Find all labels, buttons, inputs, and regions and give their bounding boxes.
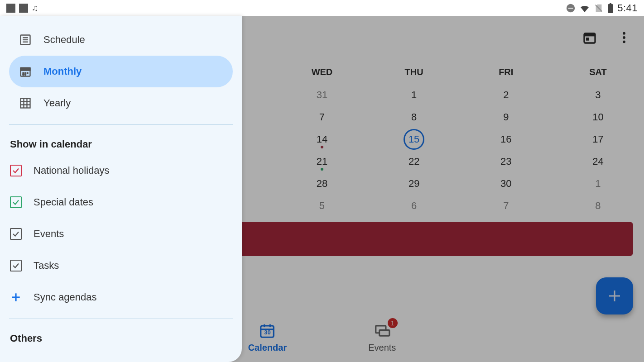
plus-icon <box>10 291 22 303</box>
day-cell[interactable]: 7 <box>460 195 552 217</box>
status-left: ♫ <box>6 3 38 13</box>
day-cell[interactable]: 1 <box>552 172 644 195</box>
dnd-icon <box>566 3 576 13</box>
add-fab[interactable] <box>596 277 633 314</box>
calendar-icon: 30 <box>258 322 276 340</box>
day-cell[interactable]: 21 <box>276 150 368 172</box>
weekday-header: WED <box>276 59 368 85</box>
bottom-tab-events-label: Events <box>368 343 396 353</box>
check-tasks[interactable]: Tasks <box>0 250 242 281</box>
divider <box>9 124 233 125</box>
checkbox-icon <box>10 196 22 208</box>
bottom-tab-events[interactable]: 1 Events <box>368 322 396 353</box>
section-others: Others <box>0 327 242 349</box>
svg-point-27 <box>27 72 28 73</box>
day-cell[interactable]: 29 <box>368 172 460 195</box>
view-schedule[interactable]: Schedule <box>9 24 233 56</box>
more-icon[interactable] <box>615 29 633 47</box>
view-monthly-label: Monthly <box>43 66 82 77</box>
day-cell[interactable]: 8 <box>368 106 460 128</box>
check-national-holidays[interactable]: National holidays <box>0 155 242 186</box>
svg-point-29 <box>25 74 26 75</box>
app-icon <box>19 4 28 13</box>
weekday-header: SAT <box>552 59 644 85</box>
view-schedule-label: Schedule <box>43 34 85 46</box>
day-cell[interactable]: 31 <box>276 84 368 106</box>
status-right: 5:41 <box>566 2 638 14</box>
day-cell[interactable]: 23 <box>460 150 552 172</box>
wifi-icon <box>579 3 590 14</box>
svg-rect-1 <box>568 8 573 9</box>
music-icon: ♫ <box>32 3 38 13</box>
weekday-header: THU <box>368 59 460 85</box>
check-events-label: Events <box>34 228 64 240</box>
sync-agendas[interactable]: Sync agendas <box>0 281 242 313</box>
event-dot <box>321 168 323 171</box>
day-cell[interactable]: 24 <box>552 150 644 172</box>
events-icon: 1 <box>373 322 391 340</box>
view-yearly[interactable]: Yearly <box>9 87 233 119</box>
day-cell[interactable]: 28 <box>276 172 368 195</box>
day-cell[interactable]: 8 <box>552 195 644 217</box>
svg-point-25 <box>23 72 24 73</box>
day-cell[interactable]: 7 <box>276 106 368 128</box>
svg-point-10 <box>623 40 625 43</box>
svg-point-28 <box>23 74 24 75</box>
day-cell[interactable]: 9 <box>460 106 552 128</box>
checkbox-icon <box>10 165 22 176</box>
check-events[interactable]: Events <box>0 218 242 250</box>
sync-agendas-label: Sync agendas <box>34 291 96 303</box>
app-icon <box>6 4 15 13</box>
day-cell[interactable]: 3 <box>552 84 644 106</box>
check-special-dates[interactable]: Special dates <box>0 186 242 218</box>
day-cell[interactable]: 22 <box>368 150 460 172</box>
svg-rect-7 <box>586 38 589 41</box>
bottom-tab-calendar-label: Calendar <box>248 343 287 353</box>
svg-rect-3 <box>608 4 613 13</box>
battery-icon <box>607 3 614 14</box>
check-special-dates-label: Special dates <box>34 196 93 208</box>
view-monthly[interactable]: Monthly <box>9 56 233 87</box>
divider <box>9 319 233 319</box>
day-cell[interactable]: 15 <box>368 128 460 150</box>
day-cell[interactable]: 10 <box>552 106 644 128</box>
view-yearly-label: Yearly <box>43 97 71 109</box>
svg-point-9 <box>623 36 625 39</box>
no-sim-icon <box>594 3 604 13</box>
yearly-icon <box>19 97 32 110</box>
day-cell[interactable]: 30 <box>460 172 552 195</box>
checkbox-icon <box>10 260 22 272</box>
svg-rect-6 <box>584 33 595 37</box>
svg-point-26 <box>25 72 26 73</box>
day-cell[interactable]: 17 <box>552 128 644 150</box>
day-cell[interactable]: 1 <box>368 84 460 106</box>
today-indicator: 15 <box>404 129 424 150</box>
status-bar: ♫ 5:41 <box>0 0 644 16</box>
check-tasks-label: Tasks <box>34 260 59 272</box>
day-cell[interactable]: 14 <box>276 128 368 150</box>
calendar-day-number: 30 <box>264 329 270 336</box>
nav-drawer: Schedule Monthly Yearly Show in calendar… <box>0 16 242 362</box>
today-icon[interactable] <box>581 29 599 47</box>
check-national-holidays-label: National holidays <box>34 165 110 176</box>
svg-rect-30 <box>21 99 30 108</box>
svg-rect-18 <box>379 330 389 336</box>
svg-rect-4 <box>610 3 611 5</box>
status-time: 5:41 <box>617 2 638 14</box>
checkbox-icon <box>10 228 22 240</box>
day-cell[interactable]: 5 <box>276 195 368 217</box>
events-badge: 1 <box>388 318 398 328</box>
event-dot <box>321 146 323 148</box>
schedule-icon <box>19 33 32 46</box>
svg-point-8 <box>623 32 625 35</box>
day-cell[interactable]: 2 <box>460 84 552 106</box>
svg-rect-24 <box>21 68 30 71</box>
day-cell[interactable]: 6 <box>368 195 460 217</box>
weekday-header: FRI <box>460 59 552 85</box>
day-cell[interactable]: 16 <box>460 128 552 150</box>
bottom-tab-calendar[interactable]: 30 Calendar <box>248 322 287 353</box>
section-show-in-calendar: Show in calendar <box>0 133 242 155</box>
monthly-icon <box>19 65 32 78</box>
